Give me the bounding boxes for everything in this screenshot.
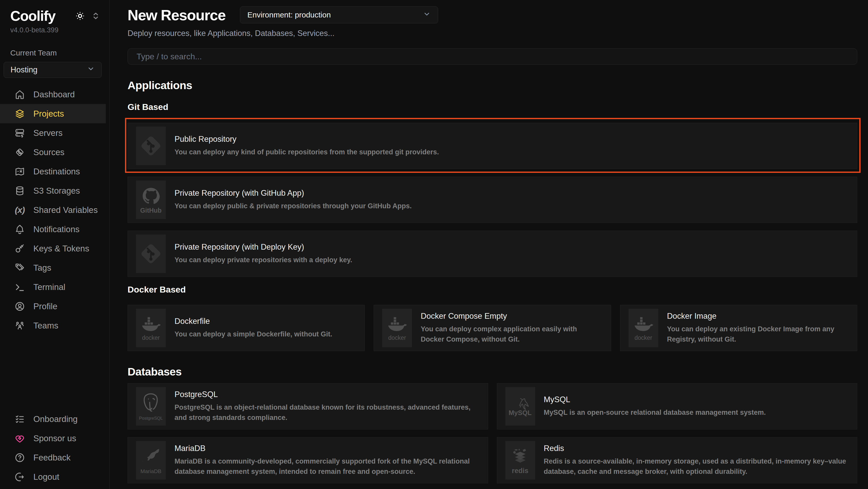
sidebar-item-tags[interactable]: Tags (0, 258, 109, 277)
team-select[interactable]: Hosting (4, 62, 102, 78)
sidebar-item-label: Profile (33, 301, 58, 311)
card-postgresql[interactable]: PostgreSQL PostgreSQL PostgreSQL is an o… (128, 383, 488, 429)
mysql-wordmark: MySQL (509, 409, 532, 416)
sidebar-item-label: Keys & Tokens (33, 244, 89, 254)
postgresql-wordmark: PostgreSQL (139, 416, 163, 421)
docker-icon: docker (136, 309, 166, 347)
sidebar-item-logout[interactable]: Logout (0, 467, 109, 486)
card-description: PostgreSQL is an object-relational datab… (175, 402, 479, 423)
layers-icon (14, 108, 25, 119)
card-mariadb[interactable]: MariaDB MariaDB MariaDB is a community-d… (128, 437, 488, 483)
subsection-title-docker-based: Docker Based (128, 285, 857, 295)
checklist-icon (14, 414, 25, 425)
git-icon (136, 234, 166, 273)
section-title-databases: Databases (128, 366, 857, 378)
sidebar-item-dashboard[interactable]: Dashboard (0, 85, 109, 104)
sidebar-item-label: Onboarding (33, 414, 78, 424)
environment-select-value: Environment: production (247, 10, 331, 19)
environment-select[interactable]: Environment: production (240, 6, 438, 23)
card-title: MariaDB (175, 444, 479, 453)
chevron-down-icon (423, 10, 431, 20)
card-docker-image[interactable]: docker Docker Image You can deploy an ex… (620, 305, 857, 351)
card-title: Private Repository (with Deploy Key) (175, 242, 352, 252)
sidebar-item-label: Tags (33, 263, 51, 273)
redis-icon: redis (505, 441, 535, 480)
home-icon (14, 89, 25, 100)
docker-wordmark: docker (142, 335, 160, 341)
section-title-applications: Applications (128, 79, 857, 92)
sidebar-item-profile[interactable]: Profile (0, 297, 109, 316)
sidebar-item-keys-tokens[interactable]: Keys & Tokens (0, 239, 109, 258)
sidebar-item-notifications[interactable]: Notifications (0, 220, 109, 239)
collapse-chevrons-icon[interactable] (91, 11, 100, 20)
map-icon (14, 166, 25, 177)
sidebar-item-terminal[interactable]: Terminal (0, 277, 109, 297)
docker-icon: docker (628, 309, 658, 347)
card-title: PostgreSQL (175, 390, 479, 399)
docker-wordmark: docker (634, 335, 652, 341)
sidebar-item-label: Sources (33, 147, 64, 157)
page-subtitle: Deploy resources, like Applications, Dat… (128, 29, 857, 38)
card-title: Dockerfile (175, 317, 332, 326)
github-wordmark: GitHub (140, 207, 161, 214)
sidebar-item-shared-variables[interactable]: (x) Shared Variables (0, 200, 109, 220)
card-mysql[interactable]: MySQL MySQL MySQL is an open-source rela… (497, 383, 858, 429)
main-content: New Resource Environment: production Dep… (110, 0, 868, 489)
card-description: MySQL is an open-source relational datab… (544, 407, 766, 418)
sidebar-item-label: Projects (33, 109, 64, 119)
variable-icon: (x) (14, 205, 25, 215)
git-icon (136, 126, 166, 165)
card-redis[interactable]: redis Redis Redis is a source-available,… (497, 437, 858, 483)
card-description: You can deploy complex application easil… (421, 324, 601, 345)
sidebar-item-sources[interactable]: Sources (0, 143, 109, 162)
server-icon (14, 127, 25, 138)
mysql-icon: MySQL (505, 387, 535, 426)
sidebar-item-label: Notifications (33, 225, 80, 234)
sidebar-item-label: Terminal (33, 282, 65, 292)
key-icon (14, 243, 25, 254)
sidebar-item-feedback[interactable]: Feedback (0, 448, 109, 467)
card-docker-compose-empty[interactable]: docker Docker Compose Empty You can depl… (374, 305, 611, 351)
sidebar-item-label: Destinations (33, 167, 80, 176)
card-dockerfile[interactable]: docker Dockerfile You can deploy a simpl… (128, 305, 365, 351)
sidebar-item-s3-storages[interactable]: S3 Storages (0, 181, 109, 200)
sidebar-item-label: Feedback (33, 453, 70, 463)
bell-icon (14, 224, 25, 235)
docker-wordmark: docker (388, 335, 406, 341)
search-input[interactable] (129, 49, 856, 64)
current-team-label: Current Team (10, 49, 109, 57)
card-private-repository-github-app[interactable]: GitHub Private Repository (with GitHub A… (128, 177, 857, 223)
theme-sun-icon[interactable] (74, 10, 86, 22)
card-private-repository-deploy-key[interactable]: Private Repository (with Deploy Key) You… (128, 231, 857, 277)
sidebar-item-onboarding[interactable]: Onboarding (0, 409, 109, 429)
card-public-repository[interactable]: Public Repository You can deploy any kin… (128, 123, 857, 169)
sidebar-item-servers[interactable]: Servers (0, 123, 109, 143)
sidebar-item-label: Logout (33, 472, 59, 482)
card-description: You can deploy private repositories with… (175, 255, 352, 265)
subsection-title-git-based: Git Based (128, 102, 857, 112)
sidebar-item-label: Dashboard (33, 90, 75, 99)
git-icon (14, 147, 25, 158)
github-icon: GitHub (136, 180, 166, 219)
brand-logo: Coolify (10, 8, 56, 24)
redis-wordmark: redis (512, 467, 528, 474)
postgresql-icon: PostgreSQL (136, 387, 166, 426)
help-circle-icon (14, 452, 25, 463)
sidebar-item-label: Sponsor us (33, 434, 76, 443)
sidebar-item-label: Shared Variables (33, 205, 98, 215)
sidebar-item-teams[interactable]: Teams (0, 316, 109, 335)
sidebar-item-sponsor-us[interactable]: Sponsor us (0, 429, 109, 448)
card-title: Private Repository (with GitHub App) (175, 189, 412, 198)
sidebar-item-projects[interactable]: Projects (0, 104, 106, 123)
sidebar-item-destinations[interactable]: Destinations (0, 162, 109, 181)
sidebar: Coolify v4.0.0-beta.399 Current Team Hos… (0, 0, 110, 489)
tag-icon (14, 262, 25, 273)
card-title: MySQL (544, 395, 766, 404)
sidebar-footer-nav: Onboarding Sponsor us Feedback (0, 409, 109, 486)
heart-hands-icon (14, 433, 25, 444)
card-title: Redis (544, 444, 848, 453)
card-description: You can deploy any kind of public reposi… (175, 147, 439, 157)
card-description: You can deploy a simple Dockerfile, with… (175, 329, 332, 340)
card-title: Docker Image (667, 312, 848, 321)
card-description: You can deploy an existing Docker Image … (667, 324, 848, 345)
